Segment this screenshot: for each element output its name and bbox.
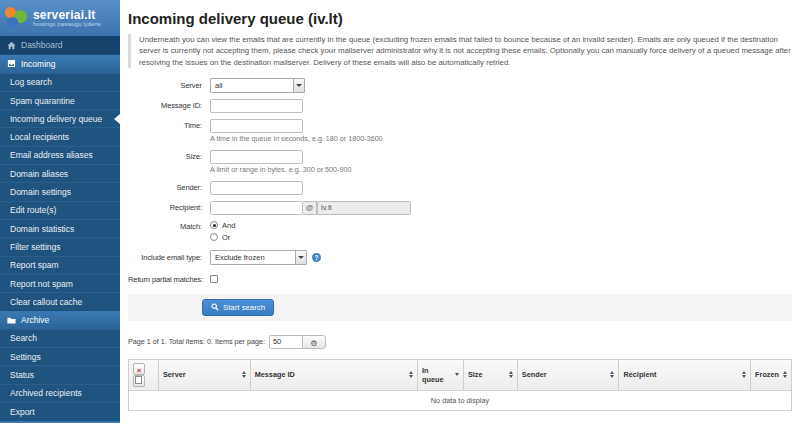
sidebar-item-label: Log search bbox=[10, 77, 52, 87]
time-field-row: Time: bbox=[128, 119, 792, 133]
start-search-button[interactable]: Start search bbox=[202, 299, 274, 316]
sidebar-item-filter-settings[interactable]: Filter settings bbox=[0, 237, 120, 255]
help-icon[interactable]: ? bbox=[312, 253, 321, 262]
sidebar-item-export[interactable]: Export bbox=[0, 402, 120, 420]
column-header-server[interactable]: Server bbox=[158, 359, 250, 390]
per-page-input[interactable] bbox=[269, 335, 303, 349]
sidebar-item-label: Archive bbox=[21, 315, 49, 325]
inbox-icon bbox=[6, 59, 16, 68]
empty-state-row: No data to display bbox=[129, 390, 792, 410]
column-label: Frozen bbox=[755, 370, 779, 379]
radio-unselected-icon[interactable] bbox=[210, 233, 218, 241]
pagination-top: Page 1 of 1. Total items: 0. Items per p… bbox=[128, 335, 792, 349]
sidebar-item-label: Domain settings bbox=[10, 187, 71, 197]
bulk-copy-icon-button[interactable] bbox=[133, 375, 145, 387]
sort-desc-icon bbox=[451, 373, 459, 376]
match-radio-or[interactable]: Or bbox=[210, 233, 235, 242]
sidebar-item-incoming[interactable]: Incoming bbox=[0, 54, 120, 72]
column-header-size[interactable]: Size bbox=[463, 359, 517, 390]
sidebar-item-report-spam[interactable]: Report spam bbox=[0, 256, 120, 274]
results-table: Server Message ID In queue Size Sender R… bbox=[128, 359, 792, 411]
sidebar-item-local-recipients[interactable]: Local recipients bbox=[0, 127, 120, 145]
sender-label: Sender: bbox=[128, 183, 202, 192]
match-or-label: Or bbox=[222, 233, 230, 242]
sender-input[interactable] bbox=[210, 181, 303, 195]
sender-field-row: Sender: bbox=[128, 181, 792, 195]
sidebar-item-edit-routes[interactable]: Edit route(s) bbox=[0, 201, 120, 219]
time-help-text: A time in the queue in seconds, e.g. 180… bbox=[210, 134, 792, 143]
folder-icon bbox=[6, 316, 16, 325]
form-actions-band: Start search bbox=[128, 294, 792, 321]
sort-icon bbox=[238, 371, 246, 378]
sidebar-item-spam-quarantine[interactable]: Spam quarantine bbox=[0, 91, 120, 109]
column-header-bulk-actions bbox=[129, 359, 159, 390]
sidebar-item-label: Dashboard bbox=[21, 40, 63, 50]
sidebar-item-label: Edit route(s) bbox=[10, 205, 56, 215]
column-header-frozen[interactable]: Frozen bbox=[751, 359, 792, 390]
column-label: Recipient bbox=[623, 370, 656, 379]
sidebar-item-label: Incoming bbox=[21, 59, 56, 69]
sidebar-item-label: Archived recipients bbox=[10, 388, 82, 398]
return-partial-checkbox[interactable] bbox=[210, 275, 218, 283]
chevron-down-icon bbox=[293, 79, 304, 92]
sidebar-item-domain-statistics[interactable]: Domain statistics bbox=[0, 219, 120, 237]
sidebar-item-archive[interactable]: Archive bbox=[0, 310, 120, 328]
sort-icon bbox=[738, 371, 746, 378]
server-select[interactable]: all bbox=[210, 78, 305, 93]
column-label: In queue bbox=[422, 366, 451, 384]
brand-name: serveriai.lt bbox=[33, 9, 101, 22]
sidebar-item-label: Clear callout cache bbox=[10, 297, 82, 307]
radio-selected-icon[interactable] bbox=[210, 221, 218, 229]
sidebar-item-archived-recipients[interactable]: Archived recipients bbox=[0, 384, 120, 402]
message-id-input[interactable] bbox=[210, 99, 303, 113]
bulk-delete-icon-button[interactable] bbox=[133, 363, 145, 375]
time-input[interactable] bbox=[210, 119, 303, 133]
match-radio-and[interactable]: And bbox=[210, 221, 235, 230]
column-header-sender[interactable]: Sender bbox=[517, 359, 619, 390]
per-page-settings-button[interactable] bbox=[302, 335, 326, 349]
recipient-domain-input bbox=[317, 201, 411, 215]
page-title: Incoming delivery queue (iv.lt) bbox=[128, 10, 792, 27]
sidebar-item-label: Report not spam bbox=[10, 279, 73, 289]
message-id-label: Message ID: bbox=[128, 101, 202, 110]
recipient-input[interactable] bbox=[210, 201, 303, 215]
brand-text: serveriai.lt hostingo paslaugų lyderis bbox=[33, 9, 101, 28]
include-email-type-field-row: Include email type: Exclude frozen ? bbox=[128, 250, 792, 265]
size-help-text: A limit or range in bytes, e.g. 300 or 5… bbox=[210, 165, 792, 174]
column-label: Sender bbox=[522, 370, 547, 379]
sidebar-item-dashboard[interactable]: Dashboard bbox=[0, 36, 120, 54]
recipient-label: Recipient: bbox=[128, 203, 202, 212]
sidebar-item-settings[interactable]: Settings bbox=[0, 347, 120, 365]
sidebar-item-incoming-delivery-queue[interactable]: Incoming delivery queue bbox=[0, 109, 120, 127]
brand-logo[interactable]: serveriai.lt hostingo paslaugų lyderis bbox=[0, 0, 120, 36]
sidebar-item-email-address-aliases[interactable]: Email address aliases bbox=[0, 146, 120, 164]
include-email-type-select[interactable]: Exclude frozen bbox=[210, 250, 307, 265]
sidebar-item-label: Spam quarantine bbox=[10, 96, 75, 106]
sort-icon bbox=[606, 371, 614, 378]
column-label: Server bbox=[163, 370, 186, 379]
size-field-row: Size: bbox=[128, 150, 792, 164]
sidebar-item-domain-aliases[interactable]: Domain aliases bbox=[0, 164, 120, 182]
server-label: Server bbox=[128, 81, 202, 90]
include-email-type-label: Include email type: bbox=[128, 253, 202, 262]
sidebar-item-log-search[interactable]: Log search bbox=[0, 73, 120, 91]
column-header-recipient[interactable]: Recipient bbox=[619, 359, 751, 390]
sidebar-item-label: Domain statistics bbox=[10, 224, 74, 234]
sidebar-item-search[interactable]: Search bbox=[0, 329, 120, 347]
column-header-message-id[interactable]: Message ID bbox=[250, 359, 417, 390]
match-label: Match: bbox=[128, 222, 202, 231]
sidebar-item-status[interactable]: Status bbox=[0, 365, 120, 383]
empty-state: No data to display bbox=[129, 390, 792, 410]
brand-tagline: hostingo paslaugų lyderis bbox=[33, 21, 101, 27]
sidebar-item-label: Filter settings bbox=[10, 242, 61, 252]
sidebar-item-domain-settings[interactable]: Domain settings bbox=[0, 182, 120, 200]
return-partial-field-row: Return partial matches: bbox=[128, 275, 792, 284]
column-header-in-queue[interactable]: In queue bbox=[417, 359, 463, 390]
server-select-value: all bbox=[215, 81, 223, 90]
sidebar-item-report-not-spam[interactable]: Report not spam bbox=[0, 274, 120, 292]
start-search-label: Start search bbox=[223, 303, 265, 312]
recipient-field-row: Recipient: @ bbox=[128, 201, 792, 215]
home-icon bbox=[6, 41, 16, 50]
sidebar-item-clear-callout-cache[interactable]: Clear callout cache bbox=[0, 292, 120, 310]
size-input[interactable] bbox=[210, 150, 303, 164]
